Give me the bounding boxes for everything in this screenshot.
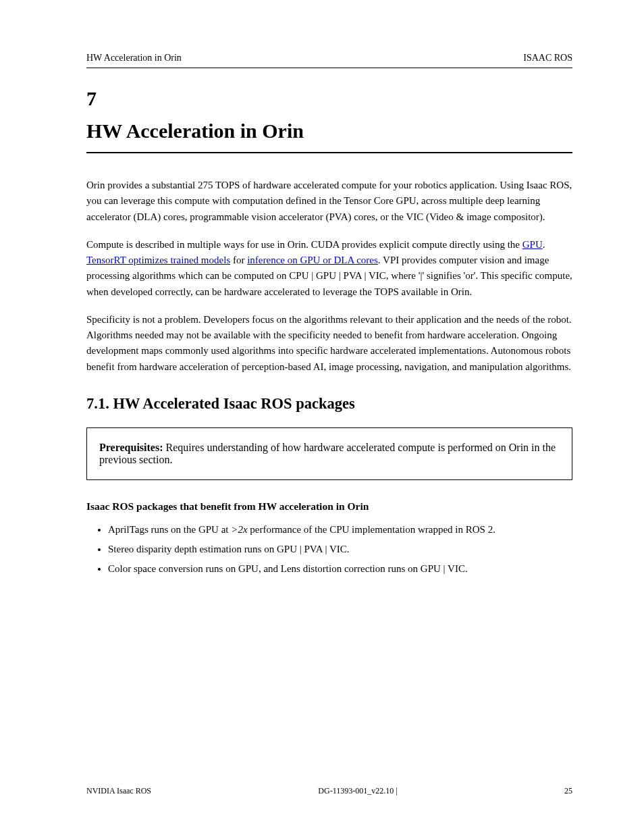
bullet-list: AprilTags runs on the GPU at >2x perform…: [86, 522, 572, 577]
text-segment: for: [230, 255, 247, 265]
list-item: Stereo disparity depth estimation runs o…: [108, 542, 572, 557]
footer-left: NVIDIA Isaac ROS: [86, 786, 151, 796]
prerequisites-text: Requires understanding of how hardware a…: [99, 442, 556, 465]
text-segment: .: [543, 239, 545, 250]
gpu-link[interactable]: GPU: [522, 239, 543, 250]
tensorrt-link[interactable]: TensorRT optimizes trained models: [86, 255, 230, 265]
list-item: Color space conversion runs on GPU, and …: [108, 561, 572, 577]
intro-paragraph: Orin provides a substantial 275 TOPS of …: [86, 178, 572, 225]
inference-link[interactable]: inference on GPU or DLA cores: [247, 255, 378, 265]
page-footer: NVIDIA Isaac ROS DG-11393-001_v22.10 | 2…: [86, 786, 572, 796]
footer-right: 25: [564, 786, 572, 796]
header-left: HW Acceleration in Orin: [86, 53, 182, 63]
section-number: 7: [86, 87, 572, 110]
prerequisites-box: Prerequisites: Requires understanding of…: [86, 427, 572, 480]
header-rule: [86, 68, 572, 68]
list-heading: Isaac ROS packages that benefit from HW …: [86, 500, 572, 513]
specificity-paragraph: Specificity is not a problem. Developers…: [86, 312, 572, 375]
page-header: HW Acceleration in Orin ISAAC ROS: [86, 53, 572, 63]
text-segment: AprilTags runs on the GPU at: [108, 524, 231, 535]
text-segment: Compute is described in multiple ways fo…: [86, 239, 522, 250]
text-segment: performance of the CPU implementation wr…: [248, 524, 495, 535]
compute-paragraph: Compute is described in multiple ways fo…: [86, 237, 572, 300]
footer-center: DG-11393-001_v22.10 |: [318, 786, 397, 796]
prerequisites-label: Prerequisites:: [99, 442, 166, 453]
section-title: HW Acceleration in Orin: [86, 120, 572, 142]
header-right: ISAAC ROS: [523, 53, 572, 63]
subsection-title: 7.1. HW Accelerated Isaac ROS packages: [86, 395, 572, 413]
emphasis: >2x: [231, 524, 247, 535]
section-rule: [86, 152, 572, 153]
list-item: AprilTags runs on the GPU at >2x perform…: [108, 522, 572, 538]
